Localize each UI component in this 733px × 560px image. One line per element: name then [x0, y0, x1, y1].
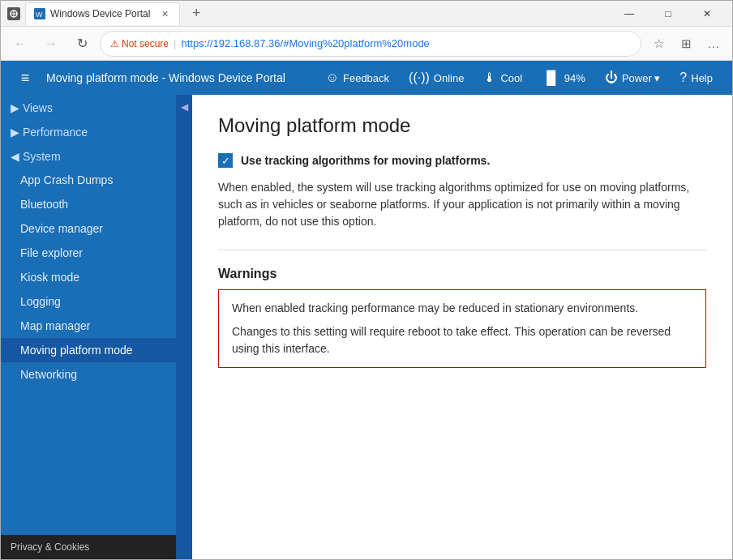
battery-icon: ▐▌ — [542, 71, 560, 85]
warning-line-1: When enabled tracking performance may be… — [232, 300, 692, 317]
sidebar-item-system[interactable]: ◀ System — [1, 143, 192, 168]
tracking-checkbox[interactable]: ✓ — [218, 153, 233, 168]
sidebar-item-views[interactable]: ▶ Views — [1, 95, 192, 119]
feedback-label: Feedback — [343, 72, 389, 84]
minimize-button[interactable]: — — [611, 1, 648, 27]
tab-close-btn[interactable]: ✕ — [158, 7, 171, 20]
battery-label: 94% — [564, 72, 585, 84]
collections-icon[interactable]: ⊞ — [674, 32, 698, 56]
warning-line-2: Changes to this setting will require reb… — [232, 323, 692, 357]
favorites-icon[interactable]: ☆ — [646, 32, 671, 56]
page-title: Moving platform mode — [218, 114, 706, 137]
temperature-icon: 🌡 — [483, 71, 496, 85]
title-bar: W Windows Device Portal ✕ + — □ ✕ — [1, 1, 732, 27]
power-button[interactable]: ⏻ Power ▾ — [595, 63, 670, 92]
title-bar-left: W Windows Device Portal ✕ + — [7, 2, 208, 25]
online-status[interactable]: ((·)) Online — [399, 63, 474, 92]
tracking-description: When enabled, the system will use tracki… — [218, 179, 706, 230]
url-text: https://192.168.87.36/#Moving%20platform… — [181, 37, 429, 49]
sidebar: ◀ ▶ Views ▶ Performance ◀ System App Cra… — [1, 95, 192, 559]
new-tab-button[interactable]: + — [185, 2, 208, 25]
browser-icon — [7, 7, 20, 20]
feedback-button[interactable]: ☺ Feedback — [316, 63, 399, 92]
temperature-display: 🌡 Cool — [474, 63, 532, 92]
help-icon: ? — [679, 71, 687, 85]
online-label: Online — [434, 72, 465, 84]
privacy-cookies-label: Privacy & Cookies — [11, 541, 89, 553]
svg-text:W: W — [36, 11, 43, 19]
feedback-icon: ☺ — [326, 71, 339, 85]
tracking-checkbox-row: ✓ Use tracking algorithms for moving pla… — [218, 153, 706, 168]
nav-section-performance: ▶ Performance — [1, 119, 192, 143]
sidebar-item-bluetooth[interactable]: Bluetooth — [1, 192, 192, 216]
app-toolbar: ≡ Moving platform mode - Windows Device … — [1, 61, 732, 95]
main-area: ◀ ▶ Views ▶ Performance ◀ System App Cra… — [1, 95, 732, 559]
tracking-checkbox-label: Use tracking algorithms for moving platf… — [241, 154, 490, 167]
help-label: Help — [691, 72, 713, 84]
back-button[interactable]: ← — [7, 31, 33, 57]
more-button[interactable]: … — [701, 32, 726, 56]
nav-section-views: ▶ Views — [1, 95, 192, 119]
maximize-button[interactable]: □ — [649, 1, 687, 27]
warning-icon: ⚠ — [110, 38, 119, 49]
window-controls: — □ ✕ — [611, 1, 726, 27]
power-icon: ⏻ — [605, 71, 618, 85]
sidebar-item-performance[interactable]: ▶ Performance — [1, 119, 192, 143]
battery-display: ▐▌ 94% — [532, 63, 595, 92]
toolbar-title: Moving platform mode - Windows Device Po… — [46, 71, 316, 84]
hamburger-menu-button[interactable]: ≡ — [11, 63, 40, 92]
browser-window: W Windows Device Portal ✕ + — □ ✕ ← → ↻ … — [0, 0, 733, 560]
forward-button[interactable]: → — [38, 31, 64, 57]
address-input[interactable]: ⚠ Not secure | https://192.168.87.36/#Mo… — [100, 31, 641, 57]
sidebar-item-app-crash-dumps[interactable]: App Crash Dumps — [1, 168, 192, 192]
nav-section-system: ◀ System App Crash Dumps Bluetooth Devic… — [1, 143, 192, 387]
browser-tab[interactable]: W Windows Device Portal ✕ — [25, 2, 180, 25]
sidebar-collapse-button[interactable]: ◀ — [176, 95, 192, 559]
address-icons: ☆ ⊞ … — [646, 32, 726, 56]
privacy-cookies-link[interactable]: Privacy & Cookies — [1, 535, 192, 559]
sidebar-item-logging[interactable]: Logging — [1, 289, 192, 314]
help-button[interactable]: ? Help — [670, 63, 722, 92]
content-area: Moving platform mode ✓ Use tracking algo… — [192, 95, 732, 559]
sidebar-item-map-manager[interactable]: Map manager — [1, 314, 192, 338]
not-secure-indicator: ⚠ Not secure — [110, 38, 169, 49]
tab-title: Windows Device Portal — [50, 8, 150, 19]
section-divider — [218, 250, 706, 250]
power-label: Power ▾ — [622, 72, 660, 84]
warnings-box: When enabled tracking performance may be… — [218, 289, 706, 368]
sidebar-item-file-explorer[interactable]: File explorer — [1, 241, 192, 265]
refresh-button[interactable]: ↻ — [69, 31, 95, 57]
sidebar-item-kiosk-mode[interactable]: Kiosk mode — [1, 265, 192, 289]
tab-favicon: W — [34, 8, 45, 19]
online-icon: ((·)) — [409, 71, 430, 85]
sidebar-item-networking[interactable]: Networking — [1, 362, 192, 387]
warnings-title: Warnings — [218, 267, 706, 281]
close-button[interactable]: ✕ — [688, 1, 726, 27]
address-bar: ← → ↻ ⚠ Not secure | https://192.168.87.… — [1, 27, 732, 61]
sidebar-scroll: ▶ Views ▶ Performance ◀ System App Crash… — [1, 95, 192, 535]
not-secure-label: Not secure — [122, 38, 169, 49]
sidebar-item-device-manager[interactable]: Device manager — [1, 216, 192, 241]
address-divider: | — [174, 37, 176, 49]
temperature-label: Cool — [500, 72, 522, 84]
sidebar-item-moving-platform-mode[interactable]: Moving platform mode — [1, 338, 192, 362]
